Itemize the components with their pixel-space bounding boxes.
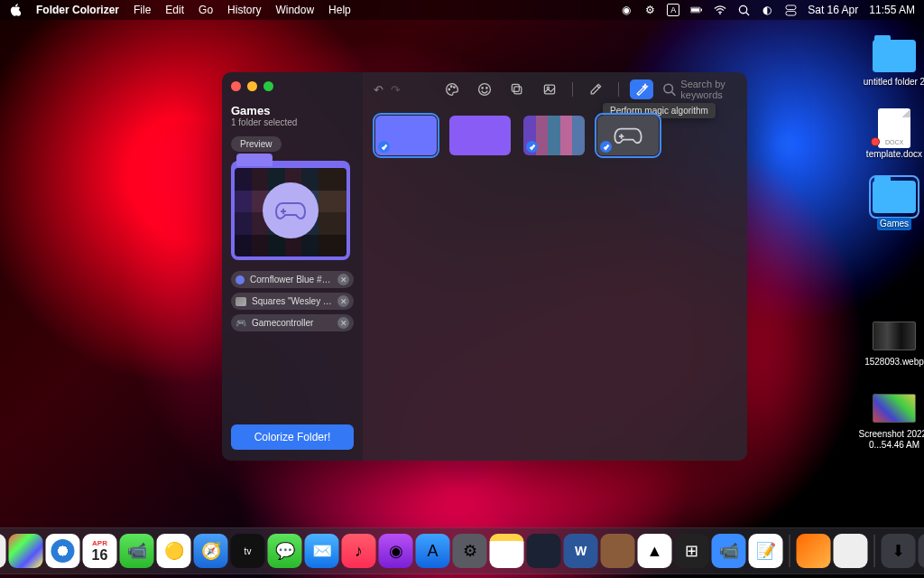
dock-mail[interactable]: ✉️	[305, 534, 339, 568]
redo-icon[interactable]: ↷	[391, 83, 401, 97]
dock-music[interactable]: ♪	[342, 534, 376, 568]
result-blue[interactable]	[375, 116, 437, 155]
desktop-untitled-folder-2[interactable]: untitled folder 2	[858, 38, 924, 88]
dock-finder[interactable]	[0, 534, 6, 568]
battery-icon[interactable]	[690, 4, 703, 16]
menu-help[interactable]: Help	[328, 4, 351, 16]
dock-calculator[interactable]: ⊞	[675, 534, 709, 568]
desktop-webp-file[interactable]: 1528093.webp	[858, 318, 924, 368]
undo-icon[interactable]: ↶	[374, 83, 383, 97]
desktop-icon-label: Games	[877, 218, 911, 230]
controller-mini-icon: 🎮	[236, 318, 246, 328]
check-icon	[378, 141, 390, 153]
svg-rect-2	[701, 9, 702, 12]
dock-downloads[interactable]: ⬇	[882, 534, 916, 568]
dock-separator	[790, 535, 790, 567]
tag-label: Cornflower Blue #7974...	[250, 275, 332, 284]
maximize-button[interactable]	[263, 81, 273, 91]
menubar-app-name[interactable]: Folder Colorizer	[36, 4, 119, 16]
dock-appletv[interactable]: tv	[231, 534, 265, 568]
svg-point-4	[739, 5, 746, 13]
window-controls	[231, 81, 354, 91]
svg-point-12	[482, 88, 483, 89]
tuning-icon[interactable]: ⚙	[643, 4, 656, 16]
dock-trash[interactable]: 🗑	[919, 534, 925, 568]
svg-point-9	[450, 86, 452, 88]
dock-chrome[interactable]: 🟡	[157, 534, 191, 568]
dock-launchpad[interactable]	[9, 534, 43, 568]
input-a-icon[interactable]: A	[667, 4, 679, 16]
svg-point-13	[486, 88, 487, 89]
sidebar-title: Games	[231, 104, 354, 117]
tag-gamecontroller[interactable]: 🎮 Gamecontroller ✕	[231, 314, 354, 331]
toolbar: ↶ ↷ Search by keywords	[363, 72, 747, 107]
result-controller[interactable]	[597, 116, 659, 155]
remove-tag-icon[interactable]: ✕	[337, 274, 349, 285]
toolbar-separator	[572, 82, 573, 97]
cal-month: APR	[92, 539, 107, 547]
folder-preview	[231, 161, 350, 260]
thumb-icon	[236, 297, 246, 306]
dock-lol[interactable]	[527, 534, 561, 568]
menubar: Folder Colorizer File Edit Go History Wi…	[0, 0, 924, 20]
menubar-date[interactable]: Sat 16 Apr	[808, 4, 858, 16]
close-button[interactable]	[231, 81, 241, 91]
color-dot-icon	[236, 275, 245, 284]
search-field[interactable]: Search by keywords	[662, 79, 747, 100]
result-mosaic[interactable]	[523, 116, 585, 155]
minimize-button[interactable]	[247, 81, 257, 91]
menu-go[interactable]: Go	[199, 4, 213, 16]
dock-compass[interactable]: 🧭	[194, 534, 228, 568]
record-icon[interactable]: ◉	[620, 4, 633, 16]
tag-squares[interactable]: Squares "Wesley Tinge... ✕	[231, 293, 354, 310]
menu-window[interactable]: Window	[275, 4, 314, 16]
dock-settings[interactable]: ⚙	[453, 534, 487, 568]
menubar-time[interactable]: 11:55 AM	[869, 4, 915, 16]
copy-icon[interactable]	[505, 79, 529, 99]
control-center-icon[interactable]	[784, 4, 797, 16]
docx-icon: DOCX	[878, 108, 910, 148]
wifi-icon[interactable]	[714, 4, 726, 16]
dock-app-1[interactable]	[797, 534, 831, 568]
sidebar: Games 1 folder selected Preview Cornflow…	[222, 72, 363, 461]
menu-history[interactable]: History	[227, 4, 261, 16]
desktop-icon-label: 1528093.webp	[864, 357, 924, 368]
dock-textedit[interactable]: 📝	[749, 534, 783, 568]
apple-logo-icon[interactable]	[9, 4, 22, 16]
svg-rect-1	[691, 8, 699, 12]
dock-appstore[interactable]: A	[416, 534, 450, 568]
image-icon[interactable]	[538, 79, 561, 99]
remove-tag-icon[interactable]: ✕	[337, 317, 349, 329]
spotlight-icon[interactable]	[737, 4, 750, 16]
dock-notes[interactable]	[490, 534, 524, 568]
dock-utility[interactable]	[601, 534, 635, 568]
emoji-icon[interactable]	[473, 79, 496, 99]
user-icon[interactable]: ◐	[761, 4, 773, 16]
desktop-icon-label: untitled folder 2	[864, 77, 924, 88]
dock-word[interactable]: W	[564, 534, 598, 568]
dock-app-2[interactable]	[834, 534, 868, 568]
dock-podcasts[interactable]: ◉	[379, 534, 413, 568]
remove-tag-icon[interactable]: ✕	[337, 295, 349, 307]
desktop-games-folder[interactable]: Games	[858, 179, 924, 230]
dock-safari[interactable]	[46, 534, 80, 568]
desktop-screenshot-file[interactable]: Screenshot 2022-0...54.46 AM	[858, 390, 924, 451]
desktop-template-docx[interactable]: DOCX template.docx	[858, 110, 924, 160]
tag-cornflower-blue[interactable]: Cornflower Blue #7974... ✕	[231, 271, 354, 288]
dock-zoom[interactable]: 📹	[712, 534, 746, 568]
cloud-missing-icon	[871, 137, 880, 146]
dock-vlc[interactable]: ▲	[638, 534, 672, 568]
dock-facetime[interactable]: 📹	[120, 534, 154, 568]
magic-icon[interactable]	[630, 79, 653, 99]
dock-calendar[interactable]: APR16	[83, 534, 117, 568]
menu-edit[interactable]: Edit	[165, 4, 184, 16]
dock-messages[interactable]: 💬	[268, 534, 302, 568]
dock: APR16 📹 🟡 🧭 tv 💬 ✉️ ♪ ◉ A ⚙ W ▲ ⊞ 📹 📝 ⬇ …	[0, 527, 924, 574]
menu-file[interactable]: File	[134, 4, 151, 16]
desktop-icon-label: Screenshot 2022-0...54.46 AM	[858, 429, 924, 451]
palette-icon[interactable]	[440, 79, 464, 99]
result-purple[interactable]	[449, 116, 511, 155]
eyedropper-icon[interactable]	[584, 79, 607, 99]
colorize-button[interactable]: Colorize Folder!	[231, 424, 354, 450]
tag-label: Gamecontroller	[252, 318, 332, 328]
